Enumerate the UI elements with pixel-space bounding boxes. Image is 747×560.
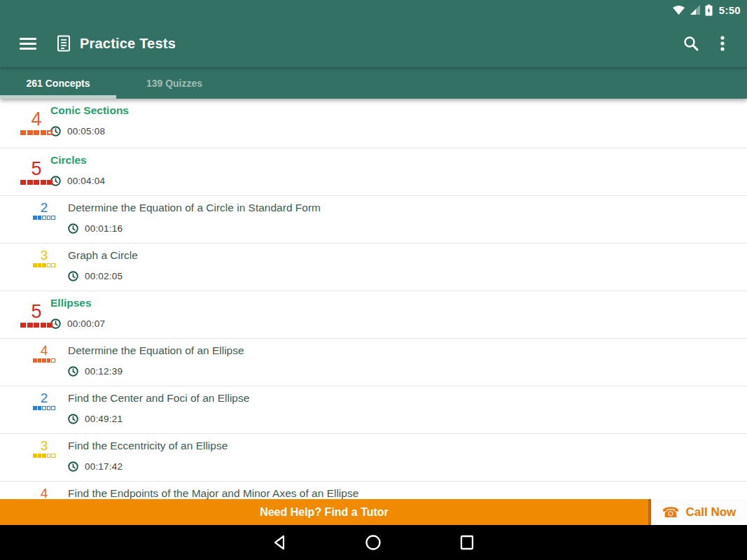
difficulty-square-hollow [51, 454, 55, 458]
list-item[interactable]: 2 Find the Center and Foci of an Ellipse… [0, 386, 747, 434]
tutor-banner: Need Help? Find a Tutor ☎ Call Now [0, 499, 747, 525]
battery-charging-icon [705, 4, 713, 16]
tab-bar: 261 Concepts 139 Quizzes [0, 67, 747, 99]
difficulty-square-filled [41, 323, 46, 328]
navigation-bar [0, 525, 747, 560]
difficulty-square-filled [38, 263, 42, 267]
item-duration: 00:05:08 [67, 126, 105, 136]
list-item[interactable]: 3 Find the Eccentricity of an Ellipse 00… [0, 434, 747, 482]
item-duration: 00:04:04 [67, 176, 105, 186]
recents-icon[interactable] [459, 534, 475, 551]
clock-icon [68, 223, 78, 234]
difficulty-square-hollow [47, 454, 51, 458]
difficulty-number: 5 [20, 160, 53, 178]
difficulty-square-filled [38, 406, 42, 410]
app-bar: Practice Tests [0, 20, 747, 67]
difficulty-badge: 2 [33, 391, 55, 410]
clock-icon [68, 271, 78, 281]
difficulty-square-filled [34, 130, 39, 135]
difficulty-square-hollow [47, 406, 51, 410]
difficulty-square-filled [42, 358, 46, 363]
back-icon[interactable] [272, 534, 288, 551]
difficulty-number: 5 [20, 302, 53, 321]
cellular-signal-icon [690, 4, 701, 15]
difficulty-square-filled [34, 323, 39, 328]
difficulty-square-filled [33, 406, 37, 410]
menu-icon[interactable] [20, 35, 36, 52]
difficulty-badge: 3 [33, 439, 55, 458]
item-title: Determine the Equation of a Circle in St… [68, 202, 747, 214]
item-title: Conic Sections [50, 104, 747, 117]
list-item[interactable]: 4 Determine the Equation of an Ellipse 0… [0, 339, 747, 386]
difficulty-square-filled [41, 180, 46, 185]
difficulty-square-filled [38, 454, 42, 458]
difficulty-badge: 4 [33, 344, 55, 363]
difficulty-square-filled [42, 454, 46, 458]
item-title: Find the Center and Foci of an Ellipse [68, 392, 747, 405]
search-icon[interactable] [683, 35, 699, 52]
difficulty-square-filled [47, 180, 53, 185]
difficulty-number: 3 [33, 248, 55, 262]
difficulty-square-filled [20, 180, 26, 185]
call-now-button[interactable]: ☎ Call Now [648, 499, 747, 525]
app-screen: 5:50 Practice Tests [0, 0, 747, 560]
difficulty-square-filled [41, 130, 46, 135]
difficulty-badge: 2 [33, 201, 55, 220]
item-title: Ellipses [50, 297, 747, 309]
difficulty-square-filled [38, 358, 42, 363]
list-item[interactable]: 2 Determine the Equation of a Circle in … [0, 196, 747, 244]
item-time-row: 00:01:16 [68, 223, 747, 234]
difficulty-square-filled [27, 130, 33, 135]
item-time-row: 00:00:07 [50, 318, 747, 329]
difficulty-badge: 5 [20, 302, 53, 328]
item-duration: 00:02:05 [85, 271, 123, 281]
difficulty-square-filled [38, 216, 42, 220]
home-icon[interactable] [365, 534, 382, 551]
difficulty-square-hollow [51, 216, 55, 220]
list-item[interactable]: 3 Graph a Circle 00:02:05 [0, 244, 747, 291]
find-tutor-button[interactable]: Need Help? Find a Tutor [0, 499, 648, 525]
difficulty-square-hollow [51, 263, 55, 267]
wifi-icon [672, 4, 685, 15]
item-time-row: 00:12:39 [68, 366, 747, 377]
page-title: Practice Tests [80, 36, 176, 52]
list-item[interactable]: 4 Conic Sections 00:05:08 [0, 99, 747, 148]
tab-quizzes[interactable]: 139 Quizzes [116, 67, 232, 99]
difficulty-squares [20, 180, 53, 185]
phone-icon: ☎ [662, 505, 680, 519]
status-bar: 5:50 [0, 0, 747, 20]
item-time-row: 00:49:21 [68, 414, 747, 424]
difficulty-square-hollow [47, 130, 53, 135]
difficulty-badge: 4 [20, 110, 53, 135]
item-title: Find the Eccentricity of an Ellipse [68, 440, 747, 452]
item-title: Determine the Equation of an Ellipse [68, 344, 747, 357]
difficulty-square-filled [20, 130, 26, 135]
difficulty-squares [33, 454, 55, 458]
item-duration: 00:01:16 [85, 223, 123, 234]
difficulty-number: 4 [33, 486, 55, 500]
item-duration: 00:00:07 [67, 318, 105, 329]
difficulty-square-filled [33, 216, 37, 220]
difficulty-number: 2 [33, 391, 55, 405]
list-item[interactable]: 5 Ellipses 00:00:07 [0, 291, 747, 339]
difficulty-square-filled [33, 358, 37, 363]
difficulty-square-hollow [51, 406, 55, 410]
item-time-row: 00:02:05 [68, 271, 747, 281]
tab-concepts[interactable]: 261 Concepts [0, 67, 116, 99]
difficulty-square-hollow [47, 263, 51, 267]
list-item[interactable]: 5 Circles 00:04:04 [0, 148, 747, 196]
clock-icon [68, 366, 78, 377]
overflow-menu-icon[interactable] [720, 35, 725, 52]
difficulty-number: 2 [33, 201, 55, 214]
difficulty-number: 4 [20, 110, 53, 129]
difficulty-square-hollow [51, 358, 55, 363]
difficulty-squares [33, 263, 55, 267]
difficulty-squares [33, 358, 55, 363]
clock-icon [68, 461, 78, 472]
item-duration: 00:49:21 [85, 414, 123, 424]
status-time: 5:50 [719, 4, 741, 16]
clock-icon [68, 414, 78, 424]
difficulty-square-hollow [42, 406, 46, 410]
difficulty-squares [33, 406, 55, 410]
item-title: Circles [50, 154, 747, 167]
